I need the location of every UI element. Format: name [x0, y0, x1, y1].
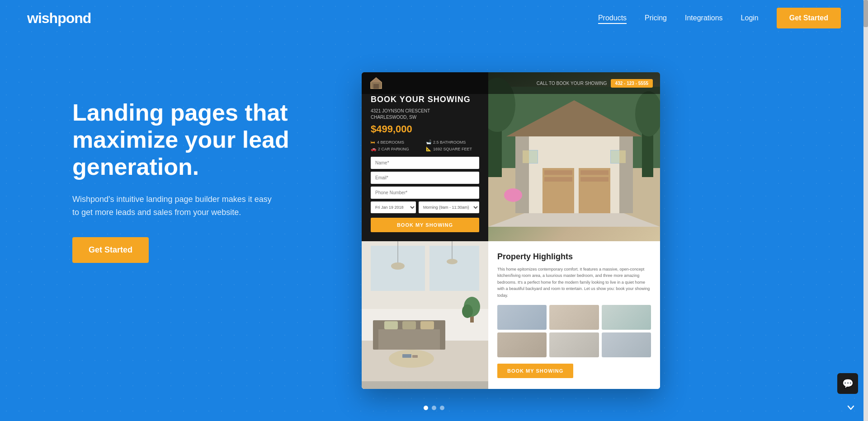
booking-form-panel: BOOK YOUR SHOWING 4321 JOYNSON CRESCENT … — [362, 72, 488, 241]
property-address: 4321 JOYNSON CRESCENT CHARLESWOOD, SW — [371, 108, 479, 121]
svg-point-37 — [389, 350, 434, 368]
preview-topbar: CALL TO BOOK YOUR SHOWING 432 - 123 - 55… — [362, 72, 660, 94]
bath-icon: 🛁 — [426, 140, 431, 145]
chevron-down-icon — [846, 403, 855, 412]
photo-thumb-5 — [549, 332, 599, 357]
svg-rect-34 — [384, 321, 398, 329]
svg-rect-16 — [580, 177, 609, 182]
house-photo-placeholder — [488, 72, 660, 241]
nav-pricing[interactable]: Pricing — [645, 14, 667, 22]
nav: Products Pricing Integrations Login Get … — [598, 8, 841, 28]
highlights-book-button[interactable]: BOOK MY SHOWING — [497, 364, 573, 378]
bed-icon: 🛏 — [371, 140, 375, 145]
svg-rect-28 — [429, 246, 479, 291]
phone-input[interactable] — [371, 187, 479, 199]
svg-rect-38 — [402, 354, 411, 358]
email-input[interactable] — [371, 172, 479, 184]
preview-call-label: CALL TO BOOK YOUR SHOWING 432 - 123 - 55… — [537, 79, 653, 88]
feature-bathrooms: 🛁 2.5 BATHROOMS — [426, 140, 479, 145]
property-features: 🛏 4 BEDROOMS 🛁 2.5 BATHROOMS 🚗 2 CAR PAR… — [371, 140, 479, 151]
photo-grid — [497, 305, 651, 357]
photo-thumb-4 — [497, 332, 547, 357]
svg-rect-24 — [611, 150, 626, 163]
svg-point-44 — [391, 262, 405, 270]
date-select[interactable]: Fri Jan 19 2018 — [371, 201, 416, 213]
chat-widget[interactable]: 💬 — [837, 373, 858, 394]
preview-bottom: Property Highlights This home epitomizes… — [362, 241, 660, 389]
dot-1[interactable] — [424, 406, 428, 410]
svg-rect-30 — [375, 327, 443, 350]
svg-point-46 — [447, 259, 458, 264]
pagination-dots — [424, 406, 444, 410]
preview-card: CALL TO BOOK YOUR SHOWING 432 - 123 - 55… — [362, 72, 660, 389]
book-showing-button[interactable]: BOOK MY SHOWING — [371, 218, 479, 232]
svg-rect-33 — [440, 320, 445, 350]
hero-get-started-button[interactable]: Get Started — [72, 237, 149, 263]
house-exterior-image — [488, 72, 660, 241]
photo-thumb-6 — [602, 332, 651, 357]
name-input[interactable] — [371, 157, 479, 169]
dot-2[interactable] — [432, 406, 436, 410]
car-icon: 🚗 — [371, 146, 376, 151]
dot-3[interactable] — [440, 406, 444, 410]
interior-image — [362, 241, 488, 389]
hero-subtext: Wishpond's intuitive landing page builde… — [72, 193, 280, 219]
preview-logo — [369, 76, 383, 90]
property-price: $499,000 — [371, 123, 479, 135]
roof-icon — [369, 76, 383, 90]
nav-products[interactable]: Products — [598, 14, 627, 22]
svg-rect-13 — [544, 170, 572, 175]
logo: wishpond — [27, 10, 91, 27]
highlights-title: Property Highlights — [497, 252, 651, 262]
feature-parking: 🚗 2 CAR PARKING — [371, 146, 424, 151]
interior-photo-placeholder — [362, 241, 488, 389]
photo-thumb-1 — [497, 305, 547, 330]
time-select[interactable]: Morning (9am - 11:30am) — [419, 201, 479, 213]
nav-login[interactable]: Login — [741, 14, 759, 22]
svg-marker-2 — [371, 78, 382, 82]
preview-top: CALL TO BOOK YOUR SHOWING 432 - 123 - 55… — [362, 72, 660, 241]
area-icon: 📐 — [426, 146, 431, 151]
svg-point-42 — [462, 304, 473, 318]
header: wishpond Products Pricing Integrations L… — [0, 0, 868, 36]
svg-point-22 — [504, 188, 522, 202]
svg-rect-39 — [412, 355, 418, 358]
highlights-panel: Property Highlights This home epitomizes… — [488, 241, 660, 389]
feature-sqft: 📐 1692 SQUARE FEET — [426, 146, 479, 151]
svg-rect-20 — [619, 136, 633, 213]
scroll-down-arrow[interactable] — [844, 400, 858, 415]
svg-rect-35 — [402, 321, 416, 329]
photo-thumb-2 — [549, 305, 599, 330]
svg-rect-32 — [373, 320, 378, 350]
form-title: BOOK YOUR SHOWING — [371, 95, 479, 104]
highlights-description: This home epitomizes contemporary comfor… — [497, 266, 651, 299]
svg-rect-23 — [523, 150, 538, 163]
nav-get-started-button[interactable]: Get Started — [777, 8, 841, 28]
svg-rect-15 — [580, 170, 609, 175]
house-illustration — [488, 72, 660, 241]
page-wrapper: wishpond Products Pricing Integrations L… — [0, 0, 868, 421]
svg-rect-1 — [373, 84, 379, 89]
hero-headline: Landing pages that maximize your lead ge… — [72, 99, 326, 180]
photo-thumb-3 — [602, 305, 651, 330]
interior-illustration — [362, 241, 488, 381]
svg-rect-19 — [515, 136, 529, 213]
form-selects: Fri Jan 19 2018 Morning (9am - 11:30am) — [371, 201, 479, 213]
nav-integrations[interactable]: Integrations — [685, 14, 723, 22]
hero-text: Landing pages that maximize your lead ge… — [72, 63, 326, 263]
chat-icon: 💬 — [842, 378, 854, 389]
hero-section: Landing pages that maximize your lead ge… — [0, 36, 868, 380]
phone-badge: 432 - 123 - 5555 — [611, 79, 653, 88]
svg-rect-14 — [544, 177, 572, 182]
feature-bedrooms: 🛏 4 BEDROOMS — [371, 140, 424, 145]
svg-rect-36 — [420, 321, 434, 329]
